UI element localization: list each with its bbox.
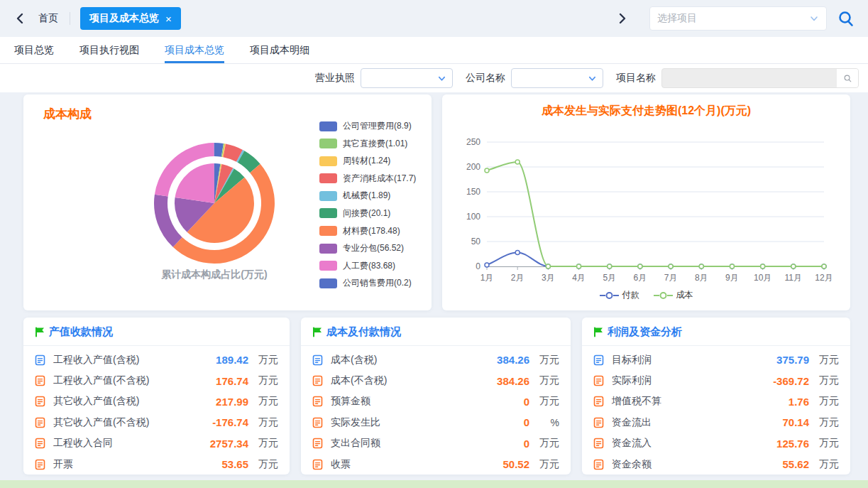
legend-swatch [319,156,337,166]
series-line-成本 [487,162,824,266]
pie-legend-item[interactable]: 间接费(20.1) [319,207,416,219]
stat-row-value: 217.99 [216,396,248,408]
business-license-select[interactable] [361,68,453,88]
legend-swatch [319,173,337,183]
stat-row: 工程收入产值(含税)189.42万元 [35,349,278,370]
active-page-tab[interactable]: 项目及成本总览 × [80,7,181,30]
company-name-select[interactable] [511,68,603,88]
stat-row-unit: 万元 [248,395,278,408]
trend-chart-card: 成本发生与实际支付走势图(12个月)(万元) 0501001502002501月… [442,94,850,310]
y-axis-label: 150 [466,187,480,197]
stat-row-label: 实际利润 [612,374,652,387]
stat-row-label: 其它收入产值(不含税) [53,416,149,429]
legend-swatch [319,191,337,201]
tab-project-cost-overview[interactable]: 项目成本总览 [165,37,224,63]
flag-icon [593,327,603,337]
pie-legend-item[interactable]: 专业分包(56.52) [319,242,416,254]
stat-row-value: -176.74 [212,416,248,428]
stat-row-value: 0 [524,438,529,450]
stat-row-label: 收票 [331,458,351,471]
input-search-button[interactable] [837,69,858,87]
data-point [730,264,734,269]
company-name-label: 公司名称 [466,72,505,85]
document-icon [593,438,604,449]
stat-row: 工程收入合同2757.34万元 [35,433,278,454]
pie-legend-item[interactable]: 材料费(178.48) [319,225,416,237]
stat-card-title: 成本及付款情况 [326,325,401,339]
pie-legend-item[interactable]: 机械费(1.89) [319,190,416,202]
stat-row-label: 资金流出 [612,416,652,429]
active-page-tab-label: 项目及成本总览 [89,12,159,25]
stat-row: 实际利润-369.72万元 [593,370,839,391]
nav-tabs: 项目总览项目执行视图项目成本总览项目成本明细 [0,37,868,64]
stat-row-value: 53.65 [221,458,248,470]
x-axis-label: 4月 [572,273,586,283]
stat-row-unit: 万元 [809,395,839,408]
business-license-label: 营业执照 [315,72,355,85]
filter-bar: 营业执照 公司名称 项目名称 [0,64,868,92]
stat-card-body: 目标利润375.79万元实际利润-369.72万元增值税不算1.76万元资金流出… [582,346,850,475]
stat-row-label: 增值税不算 [612,395,661,408]
legend-label: 人工费(83.68) [343,260,395,272]
stat-row-label: 目标利润 [612,354,652,367]
x-axis-label: 1月 [480,273,494,283]
x-axis-label: 8月 [695,273,708,283]
stat-cards-row: 产值收款情况工程收入产值(含税)189.42万元工程收入产值(不含税)176.7… [23,318,850,475]
pie-legend-item[interactable]: 周转材(1.24) [319,155,416,167]
stat-card-body: 成本(含税)384.26万元成本(不含税)384.26万元预算金额0万元实际发生… [301,346,571,475]
legend-swatch [319,208,337,218]
project-name-input[interactable] [661,68,859,88]
tab-project-cost-detail[interactable]: 项目成本明细 [250,37,309,63]
stat-card-cost-payment: 成本及付款情况成本(含税)384.26万元成本(不含税)384.26万元预算金额… [301,318,571,475]
stat-row-unit: 万元 [809,374,839,387]
main-content: 成本构成 公司管理费用(8.9)其它直接费(1.01)周转材(1.24)资产消耗… [0,92,868,475]
stat-row-label: 工程收入合同 [53,437,113,450]
home-link[interactable]: 首页 [38,12,58,25]
data-point [608,264,612,269]
project-select[interactable]: 选择项目 [649,6,827,31]
stat-row-value: 55.62 [782,458,809,470]
pie-legend-item[interactable]: 公司管理费用(8.9) [319,120,416,132]
app-window: 首页 项目及成本总览 × 选择项目 项目总览项目执行视图项目成本总 [0,0,868,488]
legend-label: 间接费(20.1) [343,207,390,219]
legend-label: 其它直接费(1.01) [343,138,407,150]
pie-legend-item[interactable]: 其它直接费(1.01) [319,138,416,150]
legend-label: 付款 [622,289,639,301]
stat-row: 预算金额0万元 [312,391,559,412]
stat-card-title: 产值收款情况 [49,325,113,339]
forward-icon[interactable] [614,11,630,26]
close-icon[interactable]: × [165,13,172,24]
stat-row: 资金流入125.76万元 [593,433,839,454]
document-icon [312,396,323,407]
stat-row-label: 资金余额 [612,458,652,471]
x-axis-label: 11月 [785,273,802,283]
chevron-down-icon [588,74,597,83]
data-point [638,264,642,269]
legend-swatch [319,226,337,236]
back-icon[interactable] [13,11,28,26]
tab-project-execution-view[interactable]: 项目执行视图 [79,37,139,63]
stat-card-header: 成本及付款情况 [301,318,571,346]
stat-row: 增值税不算1.76万元 [593,391,839,412]
document-icon [35,375,45,386]
stat-row: 工程收入产值(不含税)176.74万元 [35,370,278,391]
search-icon[interactable] [837,9,855,28]
pie-legend-item[interactable]: 资产消耗成本(17.7) [319,173,416,185]
stat-row-label: 成本(含税) [331,354,377,367]
tab-project-overview[interactable]: 项目总览 [14,37,54,63]
data-point [791,264,796,269]
trend-legend-item[interactable]: 成本 [654,289,693,301]
stat-row-unit: 万元 [248,354,278,367]
trend-legend-item[interactable]: 付款 [600,289,639,301]
project-select-placeholder: 选择项目 [657,12,697,25]
data-point [761,264,765,269]
stat-row-label: 开票 [53,458,73,471]
stat-row-value: 0 [524,416,529,428]
flag-icon [35,327,45,337]
bottom-peek-strip [0,480,868,488]
stat-row: 其它收入产值(不含税)-176.74万元 [35,412,278,433]
document-icon [593,417,604,428]
document-icon [35,459,45,470]
document-icon [593,375,604,386]
search-icon [843,74,852,83]
